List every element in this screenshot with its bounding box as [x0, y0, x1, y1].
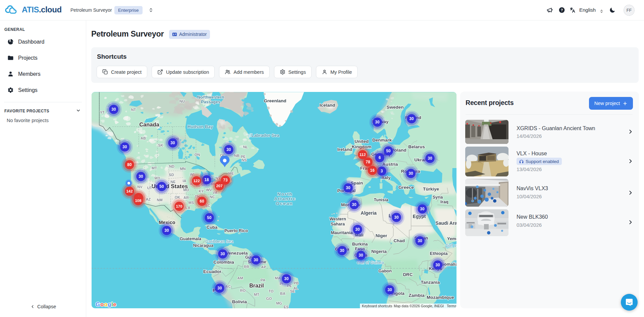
- svg-text:Gulf of: Gulf of: [445, 243, 457, 248]
- svg-text:TO: TO: [268, 289, 274, 293]
- svg-text:Chad: Chad: [393, 238, 405, 243]
- svg-text:50: 50: [386, 149, 391, 153]
- svg-text:NC: NC: [210, 195, 215, 199]
- svg-text:Iraq: Iraq: [440, 199, 448, 204]
- svg-text:AP: AP: [261, 265, 266, 269]
- svg-text:NV: NV: [137, 185, 143, 189]
- svg-text:United: United: [355, 139, 369, 144]
- svg-text:g: g: [108, 301, 111, 308]
- svg-text:Terms: Terms: [447, 304, 457, 308]
- svg-text:Greece: Greece: [398, 185, 414, 190]
- svg-text:ES: ES: [284, 305, 289, 308]
- svg-text:RO: RO: [240, 288, 246, 293]
- svg-text:30: 30: [164, 228, 169, 233]
- svg-text:30: 30: [346, 186, 351, 190]
- svg-text:Syria: Syria: [433, 195, 443, 200]
- svg-text:MG: MG: [276, 301, 282, 305]
- svg-text:Algeria: Algeria: [361, 210, 377, 216]
- svg-text:30: 30: [387, 287, 392, 292]
- svg-text:GO: GO: [266, 297, 272, 301]
- svg-text:o: o: [104, 301, 107, 308]
- svg-text:Ecuador: Ecuador: [203, 269, 222, 274]
- svg-text:MO: MO: [183, 188, 189, 192]
- svg-text:50: 50: [207, 215, 212, 220]
- svg-text:Burkina: Burkina: [352, 242, 368, 247]
- svg-text:BA: BA: [280, 292, 285, 296]
- svg-text:30: 30: [375, 120, 380, 124]
- svg-text:Nicaragua: Nicaragua: [193, 243, 214, 248]
- svg-text:30: 30: [254, 258, 258, 262]
- svg-text:Hudson Bay: Hudson Bay: [187, 124, 213, 129]
- svg-text:Ocean: Ocean: [276, 201, 293, 206]
- svg-text:AM: AM: [237, 276, 243, 280]
- svg-text:Iceland: Iceland: [320, 103, 335, 108]
- svg-text:60: 60: [200, 199, 204, 204]
- svg-text:108: 108: [135, 199, 142, 203]
- svg-text:6: 6: [379, 155, 381, 160]
- svg-text:Belarus: Belarus: [408, 144, 425, 149]
- svg-text:3: 3: [381, 169, 383, 173]
- svg-text:Canada: Canada: [139, 121, 159, 127]
- svg-text:SE: SE: [290, 289, 295, 293]
- svg-text:YT: YT: [100, 110, 105, 114]
- svg-text:30: 30: [170, 141, 175, 145]
- svg-text:30: 30: [122, 145, 127, 149]
- svg-text:Türkiye: Türkiye: [423, 187, 439, 192]
- svg-text:IA: IA: [183, 179, 186, 183]
- svg-text:ND: ND: [169, 164, 174, 168]
- svg-text:Puerto Rico: Puerto Rico: [224, 228, 248, 233]
- svg-text:Western: Western: [329, 217, 346, 221]
- svg-text:Sahara: Sahara: [331, 222, 345, 226]
- svg-text:MT: MT: [254, 293, 259, 297]
- svg-text:PA: PA: [261, 278, 266, 282]
- svg-text:DRC: DRC: [403, 272, 413, 277]
- svg-text:30: 30: [111, 107, 116, 112]
- svg-text:122: 122: [193, 179, 200, 183]
- svg-text:30: 30: [409, 116, 414, 121]
- svg-text:NL: NL: [243, 145, 248, 149]
- svg-text:Niger: Niger: [376, 233, 387, 238]
- svg-text:30: 30: [359, 253, 363, 258]
- svg-text:30: 30: [418, 239, 422, 243]
- svg-text:30: 30: [355, 227, 360, 232]
- svg-text:NU: NU: [179, 99, 185, 103]
- svg-text:NE: NE: [170, 180, 175, 184]
- svg-text:Gabon: Gabon: [378, 269, 392, 273]
- svg-text:30: 30: [352, 202, 357, 207]
- svg-text:MS: MS: [189, 201, 194, 205]
- svg-text:o: o: [100, 301, 104, 308]
- svg-text:30: 30: [394, 215, 399, 220]
- svg-text:Atlantic: Atlantic: [274, 196, 296, 201]
- svg-text:Caribbean Sea: Caribbean Sea: [205, 239, 233, 244]
- svg-text:30: 30: [284, 276, 289, 281]
- svg-text:NT: NT: [131, 108, 136, 112]
- svg-text:MN: MN: [180, 167, 185, 171]
- svg-text:Saudi Arab: Saudi Arab: [435, 220, 457, 226]
- svg-text:AR: AR: [183, 196, 189, 200]
- svg-text:SK: SK: [158, 143, 163, 147]
- svg-text:Mozambique: Mozambique: [427, 295, 454, 300]
- svg-text:MT: MT: [152, 166, 157, 170]
- svg-text:NM: NM: [157, 198, 162, 202]
- svg-text:Bolivia: Bolivia: [232, 299, 247, 304]
- svg-text:170: 170: [176, 204, 182, 208]
- svg-text:50: 50: [159, 184, 164, 189]
- svg-text:KY: KY: [199, 189, 204, 193]
- svg-text:ON: ON: [195, 153, 200, 157]
- svg-text:Denmark: Denmark: [372, 138, 392, 143]
- svg-text:18: 18: [204, 177, 209, 182]
- svg-text:80: 80: [127, 162, 132, 167]
- svg-text:30: 30: [217, 286, 222, 290]
- svg-text:Ireland: Ireland: [337, 147, 352, 152]
- svg-text:Labrador Sea: Labrador Sea: [251, 133, 279, 138]
- svg-text:Tanzania: Tanzania: [421, 280, 440, 285]
- svg-text:e: e: [113, 301, 116, 308]
- svg-text:30: 30: [420, 207, 425, 211]
- svg-text:?: ?: [561, 8, 563, 12]
- svg-text:Yeme: Yeme: [447, 236, 457, 241]
- svg-text:Map data ©2026 Google, INEGI: Map data ©2026 Google, INEGI: [394, 304, 444, 308]
- svg-text:30: 30: [428, 156, 432, 161]
- svg-text:30: 30: [409, 171, 413, 176]
- svg-text:North: North: [277, 192, 293, 197]
- svg-text:WV: WV: [206, 188, 212, 192]
